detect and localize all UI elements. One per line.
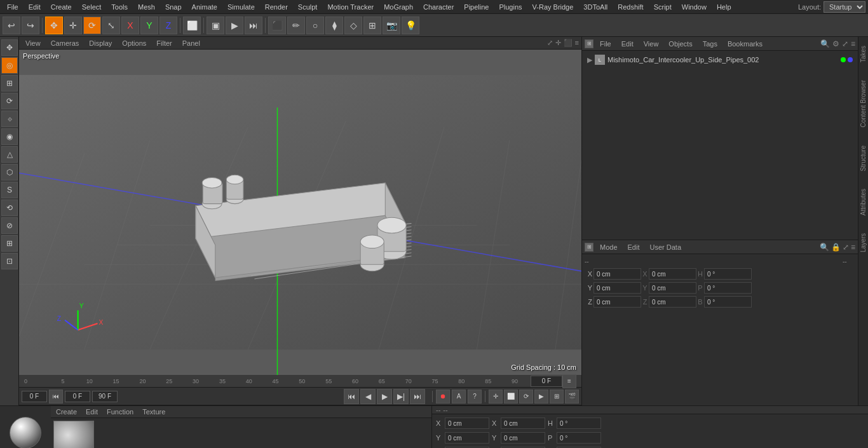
menu-help[interactable]: Help [712,2,736,12]
vp-icon-arrows[interactable]: ⤢ [547,39,553,47]
coord-h-input[interactable] [704,268,752,280]
left-btn-1[interactable]: ✥ [1,39,18,56]
axis-y-button[interactable]: Y [140,17,158,34]
attr-menu-edit[interactable]: Edit [624,242,644,252]
coord-p-input[interactable] [704,282,752,294]
mat-menu-texture[interactable]: Texture [140,407,168,417]
tl-cinema-btn[interactable]: 🎬 [565,390,579,404]
vtab-layers[interactable]: Layers [858,231,868,255]
attr-expand-icon[interactable]: ⤢ [843,243,849,252]
coord-z1-input[interactable] [593,296,641,308]
render-all-button[interactable]: ⏭ [245,17,262,34]
model-mode-button[interactable]: ⬜ [183,17,201,34]
left-btn-6[interactable]: ◉ [1,128,18,145]
coord-z2-input[interactable] [649,296,696,308]
menu-create[interactable]: Create [46,2,76,12]
menu-window[interactable]: Window [677,2,711,12]
prev-frame-button[interactable]: ◀ [360,389,376,404]
menu-motion-tracker[interactable]: Motion Tracker [323,2,378,12]
play-button[interactable]: ▶ [377,389,392,404]
menu-select[interactable]: Select [78,2,106,12]
obj-visible-dot[interactable] [841,57,846,62]
ac-y-input[interactable] [445,432,489,444]
tl-rotate-btn[interactable]: ⟳ [519,390,533,404]
scale-tool-button[interactable]: ⤡ [102,17,120,34]
attr-search-icon[interactable]: 🔍 [820,243,829,252]
vp-icon-expand[interactable]: ⬛ [564,39,573,47]
record-button[interactable]: ⏺ [436,390,450,404]
mat-menu-function[interactable]: Function [104,407,136,417]
attr-menu-icon[interactable]: ≡ [851,243,855,252]
obj-menu-icon[interactable]: ≡ [851,39,855,48]
obj-menu-objects[interactable]: Objects [665,39,696,49]
attr-lock-icon[interactable]: 🔒 [831,243,841,252]
goto-start-button[interactable]: ⏮ [344,389,359,404]
viewport-tab-cameras[interactable]: Cameras [47,38,83,48]
vp-icon-move[interactable]: ✛ [555,39,561,47]
menu-edit[interactable]: Edit [24,2,45,12]
coord-b-input[interactable] [704,296,752,308]
timeline-menu-btn[interactable]: ≡ [562,374,576,388]
menu-file[interactable]: File [3,2,23,12]
mat-menu-edit[interactable]: Edit [83,407,100,417]
material-thumbnail[interactable] [53,421,94,448]
auto-key-button[interactable]: A [452,390,466,404]
start-frame-input[interactable] [22,391,47,402]
menu-snap[interactable]: Snap [161,2,186,12]
end-frame-input[interactable] [92,391,118,402]
menu-sculpt[interactable]: Sculpt [294,2,322,12]
menu-mograph[interactable]: MoGraph [379,2,417,12]
viewport-tab-view[interactable]: View [22,38,44,48]
vp-extrude-button[interactable]: ⧫ [325,17,343,34]
redo-button[interactable]: ↪ [22,17,39,34]
viewport-tab-filter[interactable]: Filter [153,38,175,48]
menu-script[interactable]: Script [649,2,676,12]
menu-animate[interactable]: Animate [187,2,222,12]
current-frame-display[interactable] [531,376,562,387]
render-region-button[interactable]: ▣ [207,17,224,34]
menu-redshift[interactable]: Redshift [613,2,648,12]
left-btn-11[interactable]: ⊘ [1,217,18,234]
menu-character[interactable]: Character [419,2,458,12]
obj-menu-bookmarks[interactable]: Bookmarks [724,39,766,49]
menu-render[interactable]: Render [261,2,292,12]
ac-x2-input[interactable] [501,417,545,429]
obj-render-dot[interactable] [848,57,853,62]
select-tool-button[interactable]: ✥ [45,17,63,34]
menu-vray[interactable]: V-Ray Bridge [528,2,578,12]
menu-pipeline[interactable]: Pipeline [459,2,493,12]
vp-pen-button[interactable]: ✏ [287,17,305,34]
menu-tools[interactable]: Tools [107,2,132,12]
obj-search-icon[interactable]: 🔍 [820,39,830,48]
vp-light-button[interactable]: 💡 [402,17,419,34]
coord-x2-input[interactable] [649,268,696,280]
ac-x-input[interactable] [445,417,489,429]
mat-menu-create[interactable]: Create [53,407,79,417]
tl-play-btn2[interactable]: ▶ [534,390,548,404]
attr-menu-mode[interactable]: Mode [596,242,621,252]
layout-select[interactable]: Startup [824,1,865,13]
left-btn-9[interactable]: S [1,182,18,198]
axis-z-button[interactable]: Z [159,17,177,34]
left-btn-10[interactable]: ⟲ [1,200,18,216]
menu-plugins[interactable]: Plugins [494,2,526,12]
vp-cube-button[interactable]: ⬛ [268,17,286,34]
viewport-tab-options[interactable]: Options [118,38,150,48]
viewport-tab-display[interactable]: Display [85,38,116,48]
vtab-structure[interactable]: Structure [858,143,868,174]
left-btn-13[interactable]: ⊡ [1,253,18,269]
menu-mesh[interactable]: Mesh [133,2,159,12]
vp-grid-button[interactable]: ⊞ [363,17,381,34]
tl-move-btn[interactable]: ✛ [489,390,503,404]
tl-scale-btn[interactable]: ⬜ [504,390,518,404]
axis-x-button[interactable]: X [121,17,139,34]
vtab-content[interactable]: Content Browser [858,78,868,130]
rotate-tool-button[interactable]: ⟳ [83,17,101,34]
move-tool-button[interactable]: ✛ [64,17,82,34]
obj-filter-icon[interactable]: ⚙ [832,39,839,48]
goto-end-button[interactable]: ⏭ [410,389,425,404]
ac-y2-input[interactable] [501,432,545,444]
coord-y1-input[interactable] [593,282,641,294]
vtab-attributes[interactable]: Attributes [858,186,868,218]
attr-menu-userdata[interactable]: User Data [646,242,686,252]
